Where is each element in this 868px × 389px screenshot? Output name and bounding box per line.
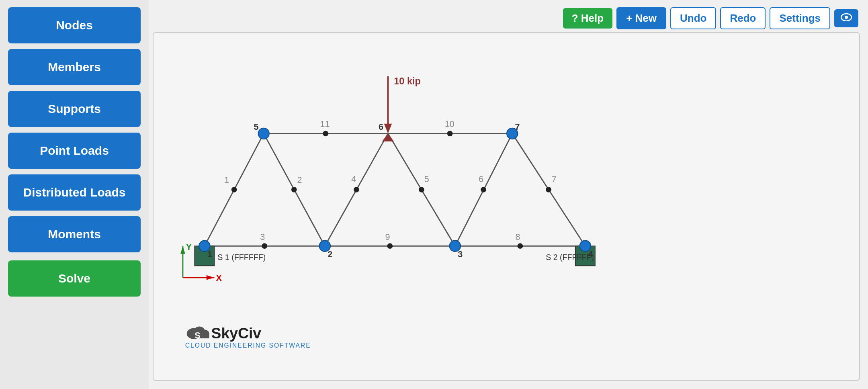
svg-text:8: 8 (516, 232, 520, 242)
sidebar: Nodes Members Supports Point Loads Distr… (0, 0, 149, 389)
svg-point-20 (481, 187, 486, 192)
svg-point-24 (447, 131, 453, 136)
svg-text:10: 10 (445, 119, 454, 129)
svg-point-21 (546, 187, 551, 192)
new-button[interactable]: + New (616, 7, 666, 29)
solve-button[interactable]: Solve (8, 260, 141, 297)
svg-point-15 (291, 187, 297, 192)
svg-text:9: 9 (385, 232, 390, 242)
distributed-loads-button[interactable]: Distributed Loads (8, 174, 141, 211)
undo-button[interactable]: Undo (670, 7, 716, 29)
svg-text:6: 6 (479, 174, 483, 184)
svg-text:S 2 (FFFFFF): S 2 (FFFFFF) (546, 253, 594, 262)
help-button[interactable]: ? Help (563, 8, 612, 29)
settings-button[interactable]: Settings (770, 7, 830, 29)
svg-text:7: 7 (552, 174, 557, 184)
svg-text:1: 1 (207, 249, 212, 259)
svg-text:4: 4 (351, 174, 356, 184)
svg-text:S: S (194, 330, 200, 340)
svg-text:CLOUD ENGINEERING SOFTWARE: CLOUD ENGINEERING SOFTWARE (185, 342, 311, 349)
svg-text:5: 5 (424, 174, 429, 184)
svg-text:7: 7 (515, 122, 520, 132)
svg-point-14 (231, 187, 237, 192)
svg-text:11: 11 (320, 119, 330, 129)
svg-point-19 (387, 243, 393, 249)
svg-point-16 (262, 243, 267, 249)
svg-text:6: 6 (379, 122, 383, 132)
toolbar: ? Help + New Undo Redo Settings (553, 0, 868, 37)
svg-point-17 (354, 187, 359, 192)
point-loads-button[interactable]: Point Loads (8, 133, 141, 169)
svg-text:2: 2 (328, 249, 332, 259)
svg-text:10 kip: 10 kip (394, 76, 421, 86)
svg-text:S 1 (FFFFFF): S 1 (FFFFFF) (217, 253, 266, 262)
svg-point-18 (419, 187, 424, 192)
eye-icon (841, 13, 852, 21)
supports-button[interactable]: Supports (8, 91, 141, 127)
nodes-button[interactable]: Nodes (8, 7, 141, 43)
svg-rect-2 (159, 33, 854, 380)
svg-text:3: 3 (458, 249, 463, 259)
svg-text:3: 3 (260, 232, 265, 242)
svg-text:1: 1 (224, 175, 229, 185)
svg-text:X: X (216, 273, 222, 283)
eye-button[interactable] (834, 9, 858, 27)
svg-point-22 (517, 243, 523, 249)
svg-point-1 (845, 16, 848, 19)
moments-button[interactable]: Moments (8, 216, 141, 252)
svg-point-23 (323, 131, 328, 136)
svg-point-48 (258, 128, 269, 139)
svg-text:5: 5 (254, 122, 259, 132)
members-button[interactable]: Members (8, 49, 141, 85)
svg-text:Y: Y (186, 242, 192, 252)
canvas-area[interactable]: 1 2 3 4 5 9 6 7 8 11 10 S 1 (FFFFFF) S 2… (153, 32, 860, 381)
redo-button[interactable]: Redo (720, 7, 766, 29)
svg-text:SkyCiv: SkyCiv (211, 325, 262, 342)
structure-canvas: 1 2 3 4 5 9 6 7 8 11 10 S 1 (FFFFFF) S 2… (154, 33, 859, 380)
svg-text:4: 4 (588, 249, 593, 259)
svg-text:2: 2 (297, 175, 302, 185)
